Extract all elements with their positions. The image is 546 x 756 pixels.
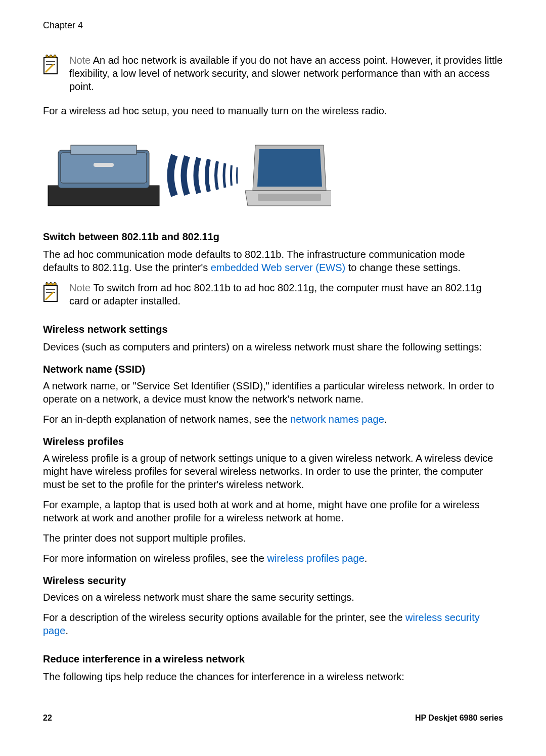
paragraph: A network name, or "Service Set Identifi… [43,379,503,406]
note-text: Note To switch from ad hoc 802.11b to ad… [69,281,503,307]
wireless-waves-icon [171,155,238,196]
paragraph: Devices (such as computers and printers)… [43,340,503,353]
svg-rect-5 [61,153,147,183]
page-footer: 22 HP Deskjet 6980 series [43,714,503,723]
product-name: HP Deskjet 6980 series [415,714,503,723]
adhoc-illustration [43,135,331,213]
paragraph: For a description of the wireless securi… [43,611,503,637]
document-page: Chapter 4 Note An ad hoc network is avai… [0,0,546,743]
sub-heading: Wireless security [43,575,503,587]
ews-link[interactable]: embedded Web server (EWS) [211,262,345,273]
paragraph: For an in-depth explanation of network n… [43,413,503,426]
note-text: Note An ad hoc network is available if y… [69,54,503,93]
wireless-profiles-link[interactable]: wireless profiles page [267,553,365,564]
paragraph: For example, a laptop that is used both … [43,498,503,524]
network-names-link[interactable]: network names page [290,414,384,425]
section-heading: Switch between 802.11b and 802.11g [43,231,503,243]
sub-heading: Network name (SSID) [43,364,503,375]
section-heading: Reduce interference in a wireless networ… [43,653,503,665]
note-icon [43,55,60,75]
printer-icon [48,145,159,206]
svg-rect-3 [48,186,159,206]
note-block: Note To switch from ad hoc 802.11b to ad… [43,281,503,307]
note-icon [43,282,60,302]
note-body: To switch from ad hoc 802.11b to ad hoc … [69,282,482,306]
note-body: An ad hoc network is available if you do… [69,55,503,92]
note-block: Note An ad hoc network is available if y… [43,54,503,93]
page-number: 22 [43,714,52,723]
paragraph: Devices on a wireless network must share… [43,591,503,604]
paragraph: For a wireless ad hoc setup, you need to… [43,104,503,117]
note-label: Note [69,282,90,293]
paragraph: The printer does not support multiple pr… [43,531,503,545]
svg-rect-7 [94,163,114,167]
note-label: Note [69,55,90,66]
svg-rect-6 [71,145,136,154]
paragraph: The following tips help reduce the chanc… [43,670,503,683]
svg-rect-8 [258,194,321,201]
paragraph: For more information on wireless profile… [43,552,503,565]
chapter-header: Chapter 4 [43,20,503,31]
paragraph: A wireless profile is a group of network… [43,452,503,491]
paragraph: The ad hoc communication mode defaults t… [43,248,503,274]
sub-heading: Wireless profiles [43,436,503,448]
laptop-icon [245,145,331,206]
section-heading: Wireless network settings [43,324,503,335]
